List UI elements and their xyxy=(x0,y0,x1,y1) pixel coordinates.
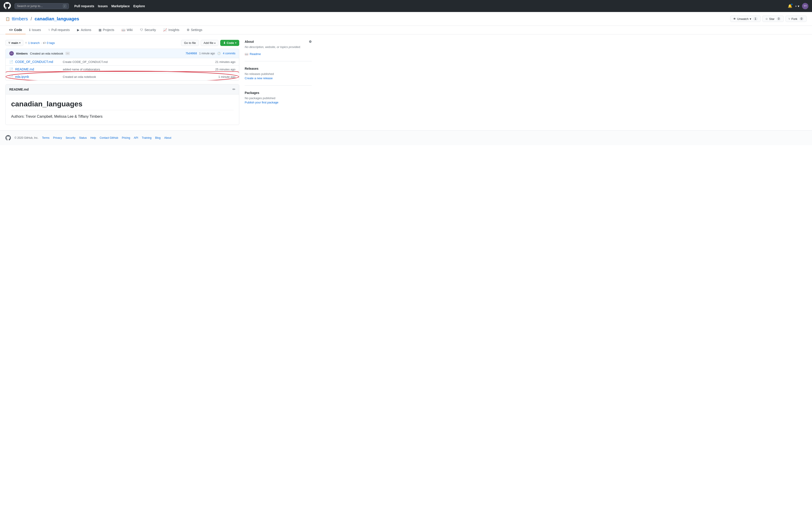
tab-pull-requests[interactable]: ⑂ Pull requests xyxy=(45,26,73,35)
github-header: Search or jump to... / Pull requests Iss… xyxy=(0,0,812,12)
issues-icon: ℹ xyxy=(29,28,30,32)
file-commit-message: Created an eda notebook xyxy=(63,75,216,78)
file-name-link[interactable]: CODE_OF_CONDUCT.md xyxy=(15,60,60,64)
file-row: 📄 README.md added name of collaborators … xyxy=(6,66,239,73)
gear-icon[interactable]: ⚙ xyxy=(309,40,312,44)
projects-icon: ▦ xyxy=(99,28,101,32)
page-footer: © 2020 GitHub, Inc. Terms Privacy Securi… xyxy=(0,130,812,145)
repo-name-link[interactable]: canadian_languages xyxy=(35,16,79,21)
commit-message: Created an eda notebook xyxy=(30,52,63,55)
packages-heading: Packages xyxy=(245,91,312,95)
publish-package-link[interactable]: Publish your first package xyxy=(245,101,312,104)
commit-sha-link[interactable]: 7bd4068 xyxy=(186,52,197,55)
footer-link-contact[interactable]: Contact GitHub xyxy=(100,136,118,139)
code-button[interactable]: ⬇ Code ▾ xyxy=(220,40,240,46)
footer-link-privacy[interactable]: Privacy xyxy=(53,136,62,139)
readme-edit-button[interactable]: ✏ xyxy=(233,87,236,92)
file-icon: 📄 xyxy=(9,67,13,71)
notification-dot xyxy=(791,3,793,5)
commits-count-link[interactable]: 4 commits xyxy=(223,52,236,55)
repo-title-area: 📋 ttimbers / canadian_languages xyxy=(5,16,79,25)
chevron-down-icon: ▾ xyxy=(235,42,236,44)
branch-info: ⑂ 1 branch · 🏷 0 tags xyxy=(25,41,55,45)
file-row: 📄 CODE_OF_CONDUCT.md Create CODE_OF_COND… xyxy=(6,58,239,66)
readme-body: canadian_languages Authors: Trevor Campb… xyxy=(6,94,239,125)
readme-header: README.md ✏ xyxy=(6,84,239,94)
footer-link-terms[interactable]: Terms xyxy=(42,136,50,139)
github-logo[interactable] xyxy=(4,2,11,10)
footer-logo xyxy=(5,135,11,140)
readme-section: README.md ✏ canadian_languages Authors: … xyxy=(5,84,239,125)
tab-projects[interactable]: ▦ Projects xyxy=(95,26,118,35)
file-name-link[interactable]: README.md xyxy=(15,67,60,71)
search-box[interactable]: Search or jump to... / xyxy=(14,3,69,9)
packages-none-text: No packages published xyxy=(245,97,312,100)
tab-actions[interactable]: ▶ Actions xyxy=(73,26,95,35)
create-release-link[interactable]: Create a new release xyxy=(245,76,312,80)
tag-count-link[interactable]: 0 tags xyxy=(47,41,55,45)
chevron-down-icon: ▾ xyxy=(214,42,215,44)
footer-link-api[interactable]: API xyxy=(134,136,138,139)
file-time: 1 minute ago xyxy=(218,75,236,78)
footer-link-pricing[interactable]: Pricing xyxy=(122,136,130,139)
commit-author-name[interactable]: ttimbers xyxy=(16,52,28,55)
footer-link-blog[interactable]: Blog xyxy=(155,136,161,139)
search-shortcut: / xyxy=(63,4,66,8)
unwatch-button[interactable]: 👁 Unwatch ▾ 1 xyxy=(730,16,761,22)
file-commit-message: Create CODE_OF_CONDUCT.md xyxy=(63,60,213,64)
add-file-button[interactable]: Add file ▾ xyxy=(201,40,218,46)
tab-settings[interactable]: ⚙ Settings xyxy=(183,26,206,35)
star-button[interactable]: ☆ Star 0 xyxy=(762,16,784,22)
tab-code[interactable]: <> Code xyxy=(5,26,26,35)
tab-security[interactable]: 🛡 Security xyxy=(136,26,160,35)
readme-link[interactable]: 📖 Readme xyxy=(245,52,312,56)
tab-insights[interactable]: 📈 Insights xyxy=(159,26,183,35)
copyright-text: © 2020 GitHub, Inc. xyxy=(14,136,39,139)
file-table: TT ttimbers Created an eda notebook ··· … xyxy=(5,49,239,80)
highlighted-file-row: 📄 eda.ipynb Created an eda notebook 1 mi… xyxy=(6,73,239,80)
branch-count-link[interactable]: 1 branch xyxy=(28,41,40,45)
file-toolbar: ⑂ main ▾ ⑂ 1 branch · 🏷 0 tags Go to fil… xyxy=(5,40,239,46)
repo-tabs: <> Code ℹ Issues ⑂ Pull requests ▶ Actio… xyxy=(0,26,812,35)
actions-icon: ▶ xyxy=(77,28,80,32)
latest-commit-row: TT ttimbers Created an eda notebook ··· … xyxy=(6,49,239,58)
footer-link-help[interactable]: Help xyxy=(90,136,96,139)
chevron-down-icon: ▾ xyxy=(19,42,20,44)
file-commit-message: added name of collaborators xyxy=(63,68,213,71)
tab-wiki[interactable]: 📖 Wiki xyxy=(118,26,136,35)
star-icon: ☆ xyxy=(765,17,768,20)
file-time: 25 minutes ago xyxy=(215,68,236,71)
commit-time: 1 minute ago xyxy=(199,52,215,55)
fork-button[interactable]: ⑂ Fork 0 xyxy=(785,16,807,22)
releases-section: Releases No releases published Create a … xyxy=(245,67,312,86)
file-name-link[interactable]: eda.ipynb xyxy=(15,75,60,78)
download-icon: ⬇ xyxy=(223,41,226,45)
footer-link-training[interactable]: Training xyxy=(142,136,152,139)
nav-issues[interactable]: Issues xyxy=(98,4,108,8)
avatar[interactable]: TT xyxy=(802,3,808,9)
releases-heading: Releases xyxy=(245,67,312,70)
nav-explore[interactable]: Explore xyxy=(133,4,145,8)
notifications-bell[interactable]: 🔔 xyxy=(788,4,792,8)
file-icon: 📄 xyxy=(9,60,13,64)
tab-issues[interactable]: ℹ Issues xyxy=(26,26,44,35)
readme-title: README.md xyxy=(9,88,29,91)
commit-more-button[interactable]: ··· xyxy=(65,52,70,55)
fork-count: 0 xyxy=(799,17,804,20)
repo-type-icon: 📋 xyxy=(5,17,10,21)
main-nav: Pull requests Issues Marketplace Explore xyxy=(74,4,784,8)
repo-owner-link[interactable]: ttimbers xyxy=(12,16,28,21)
nav-marketplace[interactable]: Marketplace xyxy=(111,4,130,8)
file-time: 21 minutes ago xyxy=(215,60,236,64)
branch-selector[interactable]: ⑂ main ▾ xyxy=(5,40,23,46)
footer-link-status[interactable]: Status xyxy=(79,136,87,139)
nav-pull-requests[interactable]: Pull requests xyxy=(74,4,94,8)
code-icon: <> xyxy=(9,28,13,32)
header-right: 🔔 + ▾ TT xyxy=(788,3,808,9)
eye-icon: 👁 xyxy=(733,17,736,20)
goto-file-button[interactable]: Go to file xyxy=(181,40,199,46)
footer-link-about[interactable]: About xyxy=(164,136,171,139)
create-menu[interactable]: + ▾ xyxy=(795,4,799,8)
footer-link-security[interactable]: Security xyxy=(66,136,75,139)
security-icon: 🛡 xyxy=(140,28,143,32)
